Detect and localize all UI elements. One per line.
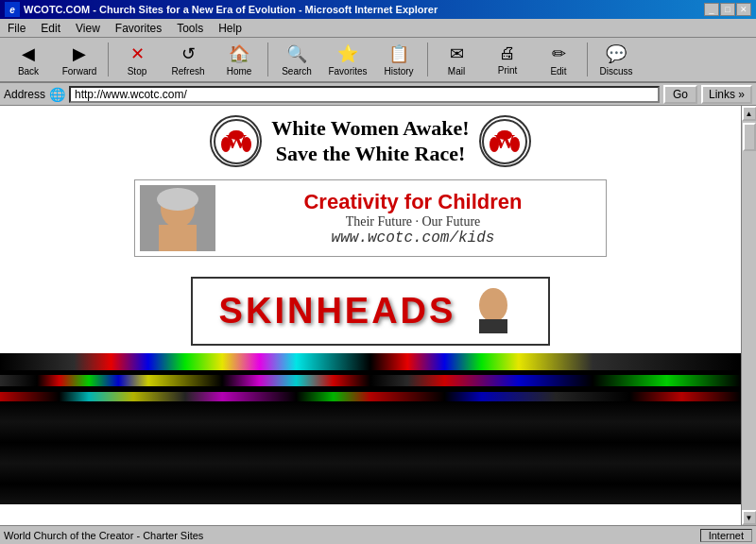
search-label: Search <box>282 66 312 76</box>
minimize-button[interactable]: _ <box>704 3 719 16</box>
logo-left: W <box>210 115 262 167</box>
history-button[interactable]: 📋 History <box>374 40 423 79</box>
status-text: World Church of the Creator - Charter Si… <box>4 530 696 541</box>
print-button[interactable]: 🖨 Print <box>483 40 532 79</box>
header-line2: Save the White Race! <box>271 142 469 166</box>
search-icon: 🔍 <box>286 43 307 64</box>
edit-label: Edit <box>550 66 566 76</box>
title-bar: e WCOTC.COM - Church Sites for a New Era… <box>0 0 756 19</box>
scroll-up[interactable]: ▲ <box>742 106 757 121</box>
svg-point-9 <box>510 137 520 152</box>
header-text: White Women Awake! Save the White Race! <box>271 116 469 166</box>
favorites-button[interactable]: ⭐ Favorites <box>323 40 372 79</box>
menu-file[interactable]: File <box>4 22 29 35</box>
window-title: WCOTC.COM - Church Sites for a New Era o… <box>24 4 438 15</box>
svg-rect-15 <box>479 319 507 333</box>
favorites-icon: ⭐ <box>337 43 358 64</box>
header-line1: White Women Awake! <box>271 116 469 141</box>
banner-title: Creativity for Children <box>225 190 601 214</box>
address-bar: Address 🌐 Go Links » <box>0 83 756 106</box>
title-bar-content: e WCOTC.COM - Church Sites for a New Era… <box>5 2 438 17</box>
window-controls: _ □ ✕ <box>704 3 751 16</box>
svg-rect-13 <box>159 225 197 251</box>
mail-button[interactable]: ✉ Mail <box>432 40 481 79</box>
content-area: W White Women Awake! Save the White Race… <box>0 106 756 525</box>
menu-favorites[interactable]: Favorites <box>112 22 165 35</box>
stop-button[interactable]: ✕ Stop <box>112 40 162 79</box>
scrollbar[interactable]: ▲ ▼ <box>741 106 756 525</box>
toolbar: ◀ Back ▶ Forward ✕ Stop ↺ Refresh 🏠 Home… <box>0 38 756 83</box>
favorites-label: Favorites <box>328 66 367 76</box>
logo-right: W <box>479 115 531 167</box>
status-zone: Internet <box>700 529 752 542</box>
page-icon: 🌐 <box>49 87 65 102</box>
discuss-icon: 💬 <box>606 43 627 64</box>
banner-subtitle: Their Future · Our Future <box>225 214 601 230</box>
address-label: Address <box>4 88 45 101</box>
print-icon: 🖨 <box>499 43 516 63</box>
address-input[interactable] <box>69 86 660 103</box>
refresh-icon: ↺ <box>181 43 196 64</box>
menu-tools[interactable]: Tools <box>173 22 207 35</box>
scroll-thumb[interactable] <box>743 123 756 151</box>
stop-icon: ✕ <box>130 43 145 64</box>
banner-url: www.wcotc.com/kids <box>225 230 601 246</box>
web-content: W White Women Awake! Save the White Race… <box>0 106 741 525</box>
forward-button[interactable]: ▶ Forward <box>55 40 104 79</box>
glitch-area <box>0 353 741 504</box>
skinheads-title: SKINHEADS <box>219 291 456 332</box>
toolbar-separator-3 <box>427 42 428 76</box>
scroll-down[interactable]: ▼ <box>742 510 757 525</box>
toolbar-separator-1 <box>108 42 109 76</box>
refresh-button[interactable]: ↺ Refresh <box>163 40 213 79</box>
toolbar-separator-2 <box>267 42 268 76</box>
svg-point-7 <box>497 130 512 140</box>
banner-image <box>140 185 215 251</box>
maximize-button[interactable]: □ <box>720 3 735 16</box>
refresh-label: Refresh <box>171 66 204 76</box>
discuss-label: Discuss <box>599 66 632 76</box>
menu-view[interactable]: View <box>72 22 104 35</box>
svg-point-14 <box>479 288 507 322</box>
menu-edit[interactable]: Edit <box>37 22 64 35</box>
svg-point-12 <box>157 188 198 211</box>
mail-icon: ✉ <box>450 43 464 64</box>
home-icon: 🏠 <box>229 43 249 64</box>
skinheads-section[interactable]: SKINHEADS <box>191 277 550 346</box>
search-button[interactable]: 🔍 Search <box>272 40 321 79</box>
svg-point-3 <box>221 137 231 152</box>
forward-label: Forward <box>62 66 97 76</box>
close-button[interactable]: ✕ <box>736 3 751 16</box>
forward-icon: ▶ <box>73 43 86 64</box>
toolbar-separator-4 <box>587 42 588 76</box>
back-label: Back <box>18 66 39 76</box>
go-button[interactable]: Go <box>663 85 697 104</box>
creativity-banner[interactable]: Creativity for Children Their Future · O… <box>134 179 607 257</box>
svg-point-8 <box>490 137 499 152</box>
print-label: Print <box>498 65 518 76</box>
back-icon: ◀ <box>22 43 35 64</box>
discuss-button[interactable]: 💬 Discuss <box>592 40 641 79</box>
home-button[interactable]: 🏠 Home <box>215 40 264 79</box>
ie-icon: e <box>5 2 20 17</box>
site-header: W White Women Awake! Save the White Race… <box>0 106 741 172</box>
svg-point-4 <box>242 137 251 152</box>
banner-text: Creativity for Children Their Future · O… <box>225 190 601 246</box>
back-button[interactable]: ◀ Back <box>4 40 53 79</box>
edit-icon: ✏ <box>552 43 566 64</box>
menu-help[interactable]: Help <box>215 22 246 35</box>
skinheads-image <box>465 286 522 336</box>
menu-bar: File Edit View Favorites Tools Help <box>0 19 756 38</box>
home-label: Home <box>227 66 252 76</box>
stop-label: Stop <box>128 66 147 76</box>
history-label: History <box>384 66 413 76</box>
mail-label: Mail <box>448 66 465 76</box>
links-button[interactable]: Links » <box>701 85 752 104</box>
svg-point-2 <box>229 130 244 140</box>
edit-button[interactable]: ✏ Edit <box>534 40 583 79</box>
status-bar: World Church of the Creator - Charter Si… <box>0 525 756 544</box>
history-icon: 📋 <box>388 43 409 64</box>
